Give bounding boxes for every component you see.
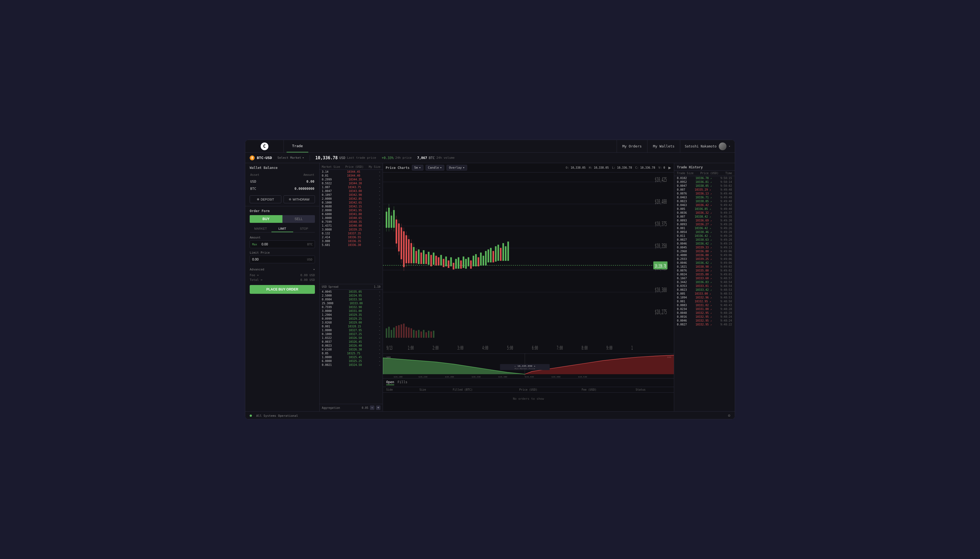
market-order-tab[interactable]: MARKET: [250, 226, 272, 232]
svg-rect-66: [458, 258, 459, 268]
aggregation-plus-button[interactable]: +: [376, 405, 380, 410]
order-book-buy-row[interactable]: 4.004510335.05-: [320, 290, 383, 294]
order-book-buy-row[interactable]: 0.100010327.25-: [320, 332, 383, 336]
limit-order-tab[interactable]: LIMIT: [272, 226, 293, 232]
svg-rect-64: [453, 263, 454, 269]
order-book-sell-row[interactable]: 1.000010340.65-: [320, 216, 383, 220]
max-link[interactable]: Max: [250, 243, 259, 246]
chevron-down-icon: ▾: [302, 156, 304, 160]
order-form-title: Order Form: [250, 209, 315, 215]
order-book-sell-row[interactable]: 3.00010336.35-: [320, 239, 383, 243]
my-wallets-button[interactable]: My Wallets: [647, 140, 680, 152]
order-book-buy-row[interactable]: 1.000010325.45-: [320, 355, 383, 359]
svg-text:7:00: 7:00: [557, 345, 563, 351]
tab-open-orders[interactable]: Open: [386, 380, 394, 385]
ohlcv-display: O: 10,338.05 H: 10,338.05 L: 10,336.78 C…: [566, 166, 665, 169]
order-book-sell-row[interactable]: 2.000010341.95-: [320, 208, 383, 212]
order-book-buy-row[interactable]: 3.026810329.00-: [320, 321, 383, 324]
order-book-buy-row[interactable]: 6.000010325.25-: [320, 359, 383, 363]
wallet-usd-asset: USD: [246, 178, 274, 185]
limit-price-label: Limit Price: [250, 251, 315, 255]
order-book-sell-row[interactable]: 0.759910340.35-: [320, 220, 383, 224]
select-market-button[interactable]: Select Market ▾: [277, 156, 304, 160]
tab-trade[interactable]: Trade: [287, 140, 308, 152]
order-book-sell-row[interactable]: 5.60110336.30-: [320, 243, 383, 247]
order-book-sell-row[interactable]: 0.13210337.35-: [320, 232, 383, 235]
th-col-size: Trade Size: [677, 172, 693, 175]
order-book-buy-row[interactable]: 3.000010331.00-: [320, 309, 383, 313]
price-change-label: 24h price: [395, 156, 412, 160]
svg-rect-53: [426, 255, 427, 264]
order-book-buy-row[interactable]: 0.759910332.90-: [320, 305, 383, 309]
chevron-down-icon: ▾: [313, 268, 315, 271]
oo-col-size: Size: [416, 387, 449, 392]
trade-history-row: 0.00710335.29 ↗9:49:48: [674, 188, 735, 192]
svg-text:$10,180: $10,180: [394, 376, 403, 378]
trade-history-row: 0.002310338.05 ↗9:49:48: [674, 199, 735, 203]
overlay-selector[interactable]: Overlay ▾: [446, 165, 467, 170]
order-book-buy-row[interactable]: 0.098410333.50-: [320, 298, 383, 301]
my-orders-button[interactable]: My Orders: [617, 140, 647, 152]
order-book-sell-row[interactable]: 3.000010339.25-: [320, 228, 383, 232]
sidebar: Wallet Balance Asset Amount USD 0.00 BTC: [245, 163, 320, 411]
svg-text:3:00: 3:00: [458, 345, 464, 351]
advanced-toggle[interactable]: Advanced ▾: [250, 266, 315, 273]
trade-history-row: 0.003610336.32 ↗9:49:37: [674, 211, 735, 215]
order-book-sell-row[interactable]: 1.437110340.00-: [320, 224, 383, 228]
logo-icon[interactable]: C: [261, 142, 269, 150]
order-book-sell-row[interactable]: 2.41410336.55-: [320, 235, 383, 239]
volume-value: 7,867: [417, 156, 427, 160]
order-type-tabs: MARKET LIMIT STOP: [250, 226, 315, 232]
order-book-buy-row[interactable]: 1.000010327.95-: [320, 328, 383, 332]
order-book-sell-row[interactable]: 2.000010342.85-: [320, 197, 383, 200]
order-book-buy-row[interactable]: 1.032210326.50-: [320, 336, 383, 340]
order-book-sell-row[interactable]: 0.600010341.80-: [320, 212, 383, 216]
stop-order-tab[interactable]: STOP: [293, 226, 315, 232]
amount-input[interactable]: [259, 241, 305, 248]
order-book-buy-row[interactable]: 2.500010334.95-: [320, 294, 383, 298]
wallet-row-btc: BTC 0.00000000: [246, 185, 319, 192]
order-book-buy-row[interactable]: 0.616810326.30-: [320, 347, 383, 351]
sell-button[interactable]: SELL: [282, 215, 315, 223]
timeframe-selector[interactable]: 5m ▾: [412, 165, 423, 170]
trade-history-row: 0.004610332.95 ↗9:48:24: [674, 319, 735, 322]
withdraw-button[interactable]: ⊖ WITHDRAW: [284, 195, 315, 203]
order-book-buy-row[interactable]: 25.300010333.00-: [320, 301, 383, 305]
order-book-sell-row[interactable]: 1.00710343.75-: [320, 185, 383, 189]
order-book-buy-row[interactable]: 0.00110328.15-: [320, 324, 383, 328]
order-book-sell-row[interactable]: 0.109710342.90-: [320, 193, 383, 197]
order-book-sell-row[interactable]: 0.299910344.35-: [320, 177, 383, 181]
buy-button[interactable]: BUY: [250, 215, 282, 223]
tab-fills[interactable]: Fills: [398, 380, 408, 385]
order-book-sell-row[interactable]: 3.1410344.45-: [320, 170, 383, 174]
order-book-buy-row[interactable]: 0.0510325.75-: [320, 351, 383, 355]
svg-rect-93: [401, 324, 402, 338]
order-book-buy-row[interactable]: 0.002110324.50-: [320, 363, 383, 367]
order-book-buy-row[interactable]: 0.099910329.25-: [320, 317, 383, 321]
trade-history-row: 0.046310336.42 ↗9:49:42: [674, 203, 735, 207]
place-order-button[interactable]: PLACE BUY ORDER: [250, 285, 315, 294]
order-book-sell-row[interactable]: 0.100010342.65-: [320, 200, 383, 204]
user-menu[interactable]: Satoshi Nakamoto ▾: [680, 140, 735, 152]
deposit-button[interactable]: ⊕ DEPOSIT: [250, 195, 281, 203]
order-book-buy-row[interactable]: 1.290410329.35-: [320, 313, 383, 317]
limit-price-input[interactable]: [250, 256, 305, 263]
chart-type-selector[interactable]: Candle ▾: [426, 165, 444, 170]
status-dot: [250, 415, 252, 417]
order-book-buy-row[interactable]: 0.002310326.40-: [320, 344, 383, 347]
order-book-sell-row[interactable]: 0.068810342.15-: [320, 204, 383, 208]
chart-expand-button[interactable]: ▶: [668, 165, 671, 170]
order-book-sell-row[interactable]: 0.0110344.40-: [320, 174, 383, 177]
svg-rect-103: [426, 332, 427, 338]
settings-icon[interactable]: ⚙: [728, 413, 730, 418]
order-book-buy-row[interactable]: 0.003710326.45-: [320, 340, 383, 344]
order-book-sell-row[interactable]: 1.004710343.00-: [320, 189, 383, 193]
svg-text:$10,350: $10,350: [655, 242, 667, 250]
aggregation-minus-button[interactable]: −: [370, 405, 375, 410]
svg-text:$10,430: $10,430: [525, 376, 534, 378]
svg-text:6:00: 6:00: [532, 345, 538, 351]
order-book-sell-row[interactable]: 0.592210344.30-: [320, 181, 383, 185]
svg-rect-61: [445, 257, 447, 266]
divider: [310, 155, 310, 160]
svg-rect-83: [500, 248, 501, 261]
